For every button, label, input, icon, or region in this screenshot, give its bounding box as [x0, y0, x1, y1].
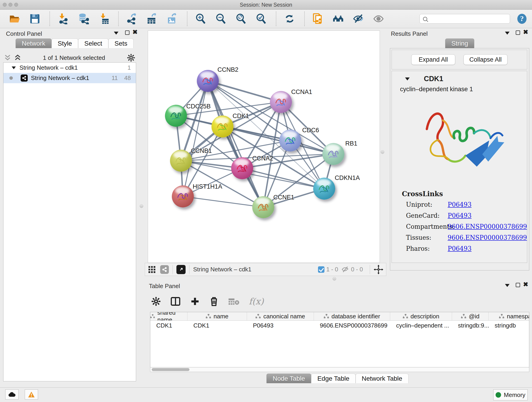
- tab-style[interactable]: Style: [51, 38, 78, 48]
- gear-icon[interactable]: [127, 54, 135, 62]
- table-cell[interactable]: 9606.ENSP00000378699: [314, 322, 390, 329]
- cloud-status-button[interactable]: [5, 389, 19, 400]
- expand-all-icon[interactable]: [14, 54, 21, 62]
- tab-network[interactable]: Network: [16, 38, 51, 48]
- network-node-cdc6[interactable]: [279, 129, 301, 152]
- zoom-out-icon[interactable]: [215, 13, 226, 24]
- import-network-database-icon[interactable]: [78, 13, 89, 24]
- left-splitter-handle[interactable]: [140, 204, 143, 208]
- collapse-all-button[interactable]: Collapse All: [463, 54, 507, 65]
- float-panel-icon[interactable]: [505, 284, 510, 287]
- tab-string[interactable]: String: [445, 38, 474, 48]
- float-panel-icon[interactable]: [114, 32, 119, 35]
- network-node-hist1h1a[interactable]: [172, 185, 194, 207]
- table-cell[interactable]: cyclin–dependent ...: [390, 322, 452, 329]
- delete-column-icon[interactable]: [209, 296, 219, 306]
- column-header-description[interactable]: description: [390, 312, 452, 320]
- network-canvas[interactable]: CCNB2CCNA1CDC25BCDK1CDC6RB1CCNB1CCNA2CDK…: [148, 31, 380, 263]
- gene-collapse-icon[interactable]: [405, 77, 410, 80]
- tab-edge-table[interactable]: Edge Table: [311, 374, 355, 383]
- zoom-in-icon[interactable]: [195, 13, 206, 24]
- network-node-ccna1[interactable]: [270, 91, 292, 113]
- export-network-icon[interactable]: [127, 13, 138, 24]
- network-node-ccnb2[interactable]: [197, 70, 219, 92]
- import-network-file-icon[interactable]: [58, 13, 69, 24]
- column-type-icon: [255, 314, 261, 319]
- network-node-ccne1[interactable]: [252, 196, 274, 218]
- save-session-icon[interactable]: [29, 13, 40, 24]
- warning-icon: [28, 391, 35, 398]
- zoom-fit-icon[interactable]: [235, 13, 247, 24]
- network-node-ccna2[interactable]: [231, 157, 253, 179]
- open-session-icon[interactable]: [9, 13, 20, 24]
- crosslink-link[interactable]: P06493: [448, 212, 472, 219]
- network-collection-row[interactable]: String Network – cdk1 1: [3, 63, 136, 73]
- table-cell[interactable]: stringdb:9...: [452, 322, 489, 329]
- first-neighbors-icon[interactable]: [333, 13, 344, 24]
- close-panel-icon[interactable]: ✖: [133, 30, 138, 34]
- network-node-cdk1[interactable]: [211, 115, 234, 138]
- column-header-canonicalname[interactable]: canonical name: [247, 312, 314, 320]
- window-title: Session: New Session: [0, 2, 532, 8]
- search-input[interactable]: [419, 14, 510, 24]
- detach-view-icon[interactable]: [177, 265, 186, 274]
- warnings-button[interactable]: [25, 389, 38, 400]
- table-horizontal-scrollbar[interactable]: [150, 367, 529, 372]
- network-node-ccnb1[interactable]: [170, 150, 192, 172]
- import-table-icon[interactable]: [98, 13, 109, 24]
- tab-select[interactable]: Select: [78, 38, 108, 48]
- new-network-from-selection-icon[interactable]: [312, 13, 323, 24]
- table-row[interactable]: CDK1CDK1P064939606.ENSP00000378699cyclin…: [150, 321, 529, 330]
- close-panel-icon[interactable]: ✖: [523, 30, 528, 34]
- table-cell[interactable]: stringdb: [489, 322, 529, 329]
- tab-node-table[interactable]: Node Table: [266, 374, 311, 383]
- column-header-name[interactable]: name: [187, 312, 247, 320]
- create-column-icon[interactable]: [190, 297, 200, 306]
- show-columns-icon[interactable]: [171, 296, 181, 306]
- collapse-all-icon[interactable]: [4, 54, 11, 62]
- network-edge[interactable]: [183, 196, 263, 207]
- table-cell[interactable]: CDK1: [150, 322, 187, 329]
- network-node-rb1[interactable]: [322, 143, 344, 165]
- refresh-view-icon[interactable]: [284, 13, 295, 24]
- export-table-icon[interactable]: [147, 13, 158, 24]
- export-image-icon[interactable]: [167, 13, 178, 24]
- collection-label: String Network – cdk1: [19, 64, 78, 71]
- expand-all-button[interactable]: Expand All: [411, 54, 455, 65]
- float-panel-icon[interactable]: [505, 32, 510, 35]
- tab-network-table[interactable]: Network Table: [355, 374, 409, 383]
- maximize-panel-icon[interactable]: [516, 283, 520, 287]
- column-header-sharedname[interactable]: shared name: [150, 312, 187, 320]
- table-gear-icon[interactable]: [151, 297, 161, 306]
- string-view-icon[interactable]: [160, 265, 169, 274]
- memory-button[interactable]: Memory: [493, 389, 528, 400]
- crosslink-link[interactable]: P06493: [448, 201, 472, 208]
- fit-selected-crosshair-icon[interactable]: [374, 265, 383, 274]
- network-row[interactable]: String Network – cdk1 11 48: [3, 73, 136, 83]
- crosslink-link[interactable]: P06493: [448, 245, 472, 252]
- collection-expand-icon[interactable]: [12, 66, 16, 69]
- column-header-id[interactable]: @id: [452, 312, 489, 320]
- show-all-eye-icon[interactable]: [373, 13, 384, 24]
- network-node-cdc25b[interactable]: [165, 105, 187, 127]
- zoom-selected-icon[interactable]: [256, 13, 267, 24]
- column-header-namespace[interactable]: namespace: [489, 312, 529, 320]
- tab-sets[interactable]: Sets: [108, 38, 133, 48]
- column-header-databaseidentifier[interactable]: database identifier: [314, 312, 390, 320]
- crosslink-link[interactable]: 9606.ENSP00000378699: [448, 223, 527, 230]
- help-icon[interactable]: ?: [516, 13, 527, 24]
- maximize-panel-icon[interactable]: [516, 31, 520, 35]
- close-panel-icon[interactable]: ✖: [523, 282, 528, 287]
- crosslink-label: Compartments:: [402, 223, 448, 230]
- table-cell[interactable]: P06493: [247, 322, 314, 329]
- table-cell[interactable]: CDK1: [187, 322, 247, 329]
- selected-indicator-checkbox[interactable]: [318, 266, 324, 273]
- scrollbar-thumb[interactable]: [152, 368, 190, 371]
- network-node-cdkn1a[interactable]: [313, 178, 335, 200]
- crosslink-link[interactable]: 9606.ENSP00000378699: [448, 234, 527, 241]
- grid-view-icon[interactable]: [148, 265, 156, 274]
- maximize-panel-icon[interactable]: [125, 31, 129, 35]
- right-splitter-handle[interactable]: [381, 150, 384, 154]
- hide-selected-eye-slash-icon[interactable]: [353, 13, 364, 24]
- gene-card: CDK1 cyclin–dependent kinase 1: [392, 71, 527, 263]
